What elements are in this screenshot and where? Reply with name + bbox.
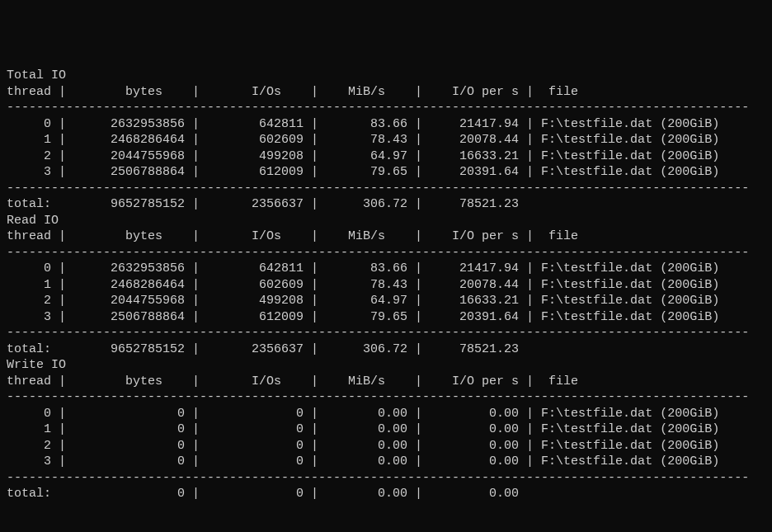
table-row: 2 | 2044755968 | 499208 | 64.97 | 16633.… <box>7 148 765 165</box>
table-row: 0 | 2632953856 | 642811 | 83.66 | 21417.… <box>7 261 765 277</box>
table-row: 0 | 2632953856 | 642811 | 83.66 | 21417.… <box>7 116 765 133</box>
section-title: Read IO <box>7 213 765 229</box>
table-row: 2 | 2044755968 | 499208 | 64.97 | 16633.… <box>7 293 765 309</box>
divider-line: ----------------------------------------… <box>7 245 765 261</box>
section-title: Write IO <box>7 357 765 374</box>
table-row: 1 | 2468286464 | 602609 | 78.43 | 20078.… <box>7 132 765 148</box>
divider-line: ----------------------------------------… <box>7 470 765 487</box>
total-row: total: 0 | 0 | 0.00 | 0.00 <box>7 486 765 502</box>
table-row: 2 | 0 | 0 | 0.00 | 0.00 | F:\testfile.da… <box>7 438 765 454</box>
table-header: thread | bytes | I/Os | MiB/s | I/O per … <box>7 84 765 101</box>
table-row: 3 | 0 | 0 | 0.00 | 0.00 | F:\testfile.da… <box>7 454 765 470</box>
table-row: 3 | 2506788864 | 612009 | 79.65 | 20391.… <box>7 309 765 326</box>
divider-line: ----------------------------------------… <box>7 325 765 341</box>
table-row: 3 | 2506788864 | 612009 | 79.65 | 20391.… <box>7 164 765 181</box>
total-row: total: 9652785152 | 2356637 | 306.72 | 7… <box>7 341 765 358</box>
table-header: thread | bytes | I/Os | MiB/s | I/O per … <box>7 228 765 245</box>
table-header: thread | bytes | I/Os | MiB/s | I/O per … <box>7 374 765 390</box>
terminal-output: Total IOthread | bytes | I/Os | MiB/s | … <box>7 68 765 502</box>
table-row: 1 | 2468286464 | 602609 | 78.43 | 20078.… <box>7 277 765 294</box>
divider-line: ----------------------------------------… <box>7 389 765 406</box>
divider-line: ----------------------------------------… <box>7 100 765 116</box>
total-row: total: 9652785152 | 2356637 | 306.72 | 7… <box>7 196 765 213</box>
table-row: 0 | 0 | 0 | 0.00 | 0.00 | F:\testfile.da… <box>7 406 765 422</box>
section-title: Total IO <box>7 68 765 84</box>
table-row: 1 | 0 | 0 | 0.00 | 0.00 | F:\testfile.da… <box>7 421 765 438</box>
divider-line: ----------------------------------------… <box>7 181 765 197</box>
